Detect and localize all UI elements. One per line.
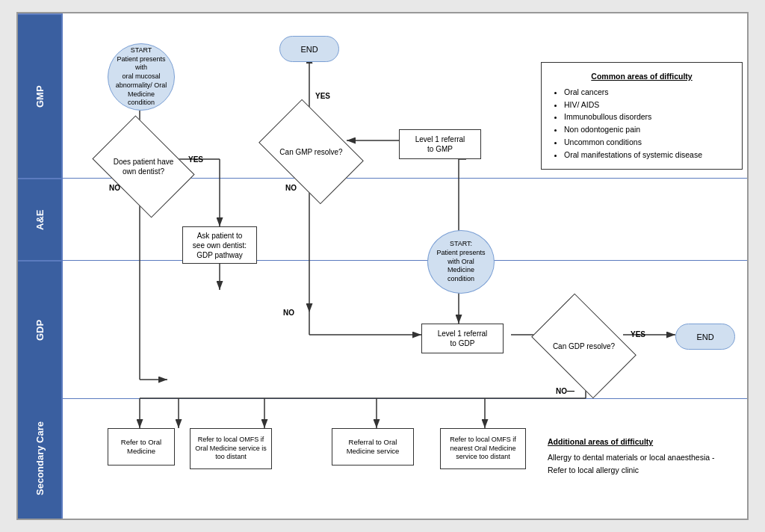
lane-divider-gdp bbox=[63, 260, 747, 261]
start-ae-text: START: Patient presents with Oral Medici… bbox=[434, 240, 488, 283]
start-gmp-text: START Patient presents with oral mucosal… bbox=[114, 46, 168, 108]
no-gdp-pathway-label: NO bbox=[283, 309, 294, 317]
level1-gdp-text: Level 1 referral to GDP bbox=[438, 329, 488, 348]
level1-gdp-box: Level 1 referral to GDP bbox=[421, 324, 504, 353]
end-top-text: END bbox=[300, 45, 318, 54]
additional-areas-title: Additional areas of difficulty bbox=[548, 436, 740, 448]
additional-areas-box: Additional areas of difficulty Allergy t… bbox=[537, 428, 747, 483]
end-top-node: END bbox=[279, 36, 339, 62]
common-areas-list: Oral cancers HIV/ AIDS Immunobullous dis… bbox=[552, 86, 731, 161]
level1-gmp-box: Level 1 referral to GMP bbox=[399, 129, 481, 159]
additional-areas-text: Allergy to dental materials or local ana… bbox=[548, 451, 740, 477]
common-item-3: Immunobullous disorders bbox=[564, 111, 731, 123]
end-right-text: END bbox=[696, 332, 713, 341]
lane-divider-secondary bbox=[63, 398, 747, 399]
can-gdp-diamond-shape: Can GDP resolve? bbox=[541, 316, 627, 376]
refer-oral-medicine1-box: Refer to Oral Medicine bbox=[108, 428, 175, 466]
ask-patient-box: Ask patient to see own dentist: GDP path… bbox=[182, 226, 257, 264]
refer-omfs2-text: Refer to local OMFS if nearest Oral Medi… bbox=[450, 436, 516, 462]
common-areas-box: Common areas of difficulty Oral cancers … bbox=[541, 62, 743, 170]
referral-oral-medicine2-box: Referral to Oral Medicine service bbox=[332, 428, 414, 466]
level1-gmp-text: Level 1 referral to GMP bbox=[415, 134, 465, 154]
common-item-6: Oral manifestations of systemic disease bbox=[564, 149, 731, 161]
can-gmp-diamond: Can GMP resolve? bbox=[268, 122, 354, 182]
yes-gmp-label: YES bbox=[315, 92, 330, 100]
no-gdp-label: NO— bbox=[556, 387, 574, 395]
common-item-2: HIV/ AIDS bbox=[564, 99, 731, 111]
can-gdp-text: Can GDP resolve? bbox=[549, 338, 619, 355]
does-patient-text: Does patient have own dentist? bbox=[102, 153, 185, 180]
start-ae-node: START: Patient presents with Oral Medici… bbox=[427, 230, 495, 294]
refer-omfs2-box: Refer to local OMFS if nearest Oral Medi… bbox=[440, 428, 526, 469]
can-gdp-diamond: Can GDP resolve? bbox=[541, 316, 627, 376]
no-dentist-label: NO bbox=[109, 184, 120, 192]
end-right-node: END bbox=[675, 324, 735, 350]
lane-ae-label: A&E bbox=[18, 178, 61, 260]
main-content: START Patient presents with oral mucosal… bbox=[63, 13, 747, 519]
lanes-sidebar: GMP A&E GDP Secondary Care bbox=[18, 13, 63, 519]
yes-dentist-label: YES bbox=[188, 155, 203, 164]
common-areas-title: Common areas of difficulty bbox=[552, 70, 731, 83]
no-gmp-label: NO bbox=[285, 184, 297, 192]
lane-gdp-label: GDP bbox=[18, 260, 61, 398]
lane-gmp-label: GMP bbox=[18, 13, 61, 178]
can-gmp-text: Can GMP resolve? bbox=[276, 143, 346, 161]
common-item-1: Oral cancers bbox=[564, 86, 731, 99]
refer-omfs1-box: Refer to local OMFS if Oral Medicine ser… bbox=[190, 428, 272, 469]
common-item-5: Uncommon conditions bbox=[564, 136, 731, 149]
can-gmp-diamond-shape: Can GMP resolve? bbox=[268, 122, 354, 182]
refer-omfs1-text: Refer to local OMFS if Oral Medicine ser… bbox=[195, 436, 267, 462]
lane-secondary-label: Secondary Care bbox=[18, 398, 61, 519]
common-item-4: Non odontogenic pain bbox=[564, 123, 731, 136]
referral-oral-medicine2-text: Referral to Oral Medicine service bbox=[347, 438, 400, 457]
start-gmp-node: START Patient presents with oral mucosal… bbox=[108, 43, 175, 111]
diagram-container: GMP A&E GDP Secondary Care bbox=[16, 12, 749, 520]
refer-oral-medicine1-text: Refer to Oral Medicine bbox=[121, 438, 161, 457]
ask-patient-text: Ask patient to see own dentist: GDP path… bbox=[193, 231, 247, 260]
yes-gdp-label: YES bbox=[631, 330, 645, 338]
